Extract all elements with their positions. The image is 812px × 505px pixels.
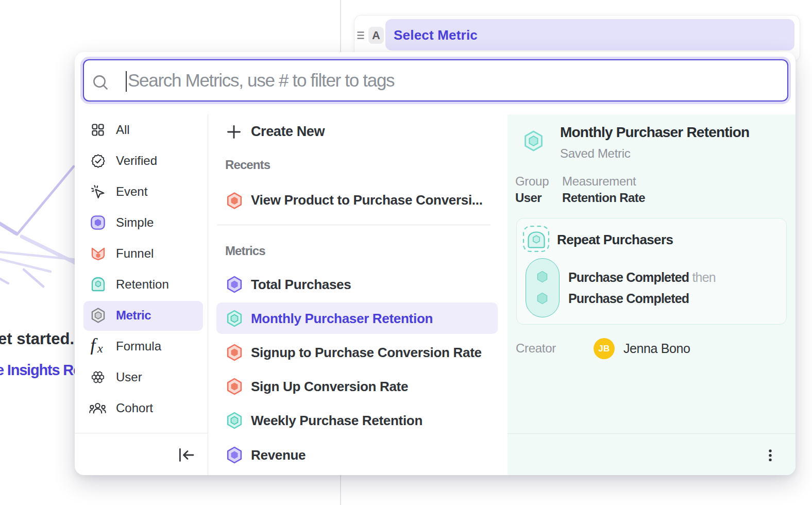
svg-text:f: f: [90, 338, 98, 355]
svg-text:x: x: [97, 342, 103, 355]
